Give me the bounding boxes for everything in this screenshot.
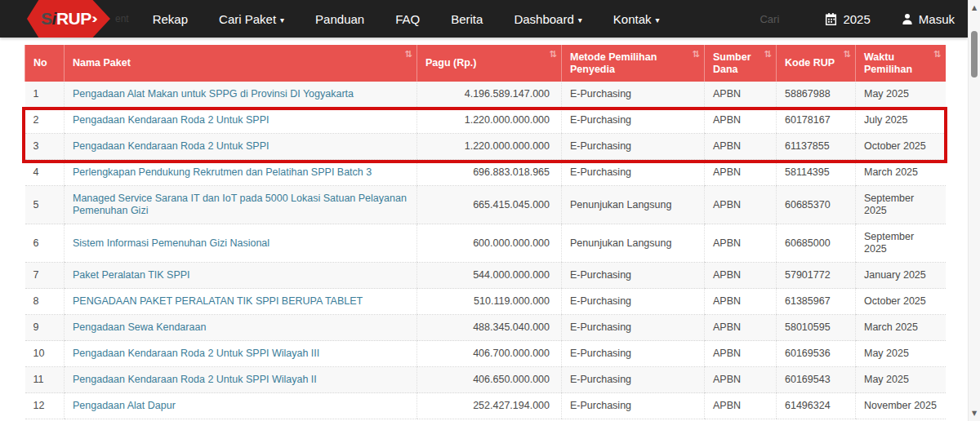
paket-link[interactable]: Sistem Informasi Pemenuhan Gizi Nasional <box>73 237 270 249</box>
nama-paket-cell: Pengadaan Kendaraan Roda 2 Untuk SPPI Wi… <box>65 341 417 367</box>
paket-link[interactable]: Pengadaan Alat Makan untuk SPPG di Provi… <box>73 88 354 100</box>
sort-icon[interactable]: ⇅ <box>764 48 772 60</box>
metode-cell: E-Purchasing <box>562 82 705 108</box>
nav-item[interactable]: Cari Paket▾ <box>203 2 300 37</box>
metode-cell: E-Purchasing <box>562 289 705 315</box>
sirup-logo[interactable]: SiRUP› <box>27 0 110 38</box>
nav-item[interactable]: Kontak▾ <box>598 2 675 37</box>
paket-link[interactable]: Paket Peralatan TIK SPPI <box>73 269 190 281</box>
column-header[interactable]: Nama Paket⇅ <box>65 45 417 82</box>
table-row: 4 Perlengkapan Pendukung Rekrutmen dan P… <box>25 160 946 186</box>
caret-down-icon: ▾ <box>578 16 582 24</box>
metode-cell: E-Purchasing <box>562 367 705 393</box>
sumber-dana-cell: APBN <box>705 289 777 315</box>
sort-icon[interactable]: ⇅ <box>405 48 412 60</box>
row-number-cell: 10 <box>25 341 65 367</box>
nav-item[interactable]: Panduan▾ <box>300 2 380 37</box>
sort-icon[interactable]: ⇅ <box>933 48 941 60</box>
column-header[interactable]: Metode Pemilihan Penyedia⇅ <box>562 45 705 82</box>
paket-link[interactable]: Perlengkapan Pendukung Rekrutmen dan Pel… <box>73 166 372 178</box>
metode-cell: E-Purchasing <box>562 134 705 160</box>
waktu-pemilihan-cell: November 2025 <box>856 393 946 419</box>
sort-icon[interactable]: ⇅ <box>844 48 851 60</box>
column-header-label: Sumber Dana <box>713 51 751 75</box>
column-header[interactable]: No⇅ <box>25 45 65 82</box>
paket-link[interactable]: Pengadaan Kendaraan Roda 2 Untuk SPPI <box>73 114 269 126</box>
user-icon <box>902 13 913 24</box>
paket-link[interactable]: Pengadaan Sewa Kendaraan <box>73 321 206 333</box>
nama-paket-cell: PENGADAAN PAKET PERALATAN TIK SPPI BERUP… <box>65 289 417 315</box>
metode-cell: E-Purchasing <box>562 393 705 419</box>
row-number-cell: 5 <box>25 186 65 224</box>
vertical-scrollbar[interactable]: ▲ ▼ <box>968 0 980 421</box>
pagu-cell: 510.119.000.000 <box>417 289 562 315</box>
column-header-label: Nama Paket <box>73 57 131 69</box>
kode-rup-cell: 58867988 <box>777 82 856 108</box>
pagu-cell: 406.700.000.000 <box>417 341 562 367</box>
column-header-label: Metode Pemilihan Penyedia <box>570 51 657 75</box>
sumber-dana-cell: APBN <box>705 108 777 134</box>
nav-item[interactable]: Dashboard▾ <box>498 2 597 37</box>
column-header[interactable]: Pagu (Rp.)⇅ <box>417 45 562 82</box>
row-number-cell: 9 <box>25 315 65 341</box>
nama-paket-cell: Pengadaan Alat Dapur <box>65 393 417 419</box>
scroll-up-icon[interactable]: ▲ <box>969 4 980 11</box>
paket-link[interactable]: Pengadaan Kendaraan Roda 2 Untuk SPPI Wi… <box>73 348 319 359</box>
kode-rup-cell: 61385967 <box>777 289 856 315</box>
column-header[interactable]: Kode RUP⇅ <box>777 45 856 82</box>
table-row: 8 PENGADAAN PAKET PERALATAN TIK SPPI BER… <box>25 289 946 315</box>
column-header-label: Waktu Pemilihan <box>864 51 912 75</box>
year-selector[interactable]: 2025 <box>825 2 870 36</box>
nav-item-label: Berita <box>451 12 483 26</box>
rup-table: No⇅ Nama Paket⇅ Pagu (Rp.)⇅ Metode Pemil… <box>24 45 946 419</box>
waktu-pemilihan-cell: March 2025 <box>856 315 946 341</box>
column-header[interactable]: Sumber Dana⇅ <box>705 45 777 82</box>
kode-rup-cell: 57901772 <box>777 263 856 289</box>
login-button[interactable]: Masuk <box>902 2 955 36</box>
paket-link[interactable]: PENGADAAN PAKET PERALATAN TIK SPPI BERUP… <box>73 295 363 307</box>
pagu-cell: 406.650.000.000 <box>417 367 562 393</box>
scroll-down-icon[interactable]: ▼ <box>969 410 980 417</box>
metode-cell: E-Purchasing <box>562 341 705 367</box>
table-row: 5 Managed Service Sarana IT dan IoT pada… <box>25 186 946 224</box>
nama-paket-cell: Pengadaan Kendaraan Roda 2 Untuk SPPI Wi… <box>65 367 417 393</box>
paket-link[interactable]: Pengadaan Kendaraan Roda 2 Untuk SPPI Wi… <box>73 374 317 385</box>
row-number-cell: 11 <box>25 367 65 393</box>
navbar-right: 2025 Masuk <box>760 2 955 36</box>
table-row: 9 Pengadaan Sewa Kendaraan 488.345.040.0… <box>25 315 946 341</box>
sumber-dana-cell: APBN <box>705 315 777 341</box>
row-number-cell: 8 <box>25 289 65 315</box>
top-navbar: SiRUP› ent Rekap▾ Cari Paket▾ Panduan▾ F… <box>0 0 968 38</box>
column-header-label: No <box>33 57 47 69</box>
row-number-cell: 1 <box>25 82 65 108</box>
waktu-pemilihan-cell: May 2025 <box>856 82 946 108</box>
paket-link[interactable]: Managed Service Sarana IT dan IoT pada 5… <box>73 193 407 216</box>
sumber-dana-cell: APBN <box>705 393 777 419</box>
row-number-cell: 12 <box>25 393 65 419</box>
nav-item-label: Kontak <box>613 12 652 26</box>
nav-item[interactable]: Rekap▾ <box>137 2 203 37</box>
sumber-dana-cell: APBN <box>705 186 777 224</box>
waktu-pemilihan-cell: September 2025 <box>856 186 946 224</box>
row-number-cell: 6 <box>25 224 65 263</box>
table-header-row: No⇅ Nama Paket⇅ Pagu (Rp.)⇅ Metode Pemil… <box>25 45 946 82</box>
rup-table-container: No⇅ Nama Paket⇅ Pagu (Rp.)⇅ Metode Pemil… <box>24 45 945 419</box>
caret-down-icon: ▾ <box>656 16 660 24</box>
sort-icon[interactable]: ⇅ <box>550 48 557 60</box>
nav-item[interactable]: FAQ▾ <box>380 2 435 37</box>
sort-icon[interactable]: ⇅ <box>693 48 700 60</box>
sumber-dana-cell: APBN <box>705 367 777 393</box>
table-row: 2 Pengadaan Kendaraan Roda 2 Untuk SPPI … <box>25 108 946 134</box>
kode-rup-cell: 60169543 <box>777 367 856 393</box>
login-label: Masuk <box>919 12 955 26</box>
nav-item[interactable]: Berita▾ <box>435 2 498 37</box>
search-input[interactable] <box>760 13 808 25</box>
scrollbar-thumb[interactable] <box>971 31 978 78</box>
paket-link[interactable]: Pengadaan Kendaraan Roda 2 Untuk SPPI <box>73 140 269 152</box>
table-row: 1 Pengadaan Alat Makan untuk SPPG di Pro… <box>25 82 946 108</box>
nav-item-label: Cari Paket <box>219 12 276 26</box>
column-header[interactable]: Waktu Pemilihan⇅ <box>856 45 946 82</box>
pagu-cell: 4.196.589.147.000 <box>417 82 562 108</box>
sumber-dana-cell: APBN <box>705 82 777 108</box>
paket-link[interactable]: Pengadaan Alat Dapur <box>73 400 176 411</box>
